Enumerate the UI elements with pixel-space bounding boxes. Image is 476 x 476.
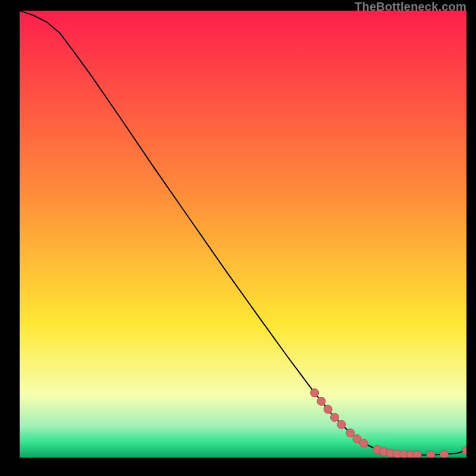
data-marker	[359, 439, 368, 447]
data-marker	[346, 429, 355, 437]
data-marker	[330, 413, 339, 421]
data-marker	[311, 389, 319, 397]
data-marker	[427, 450, 435, 458]
chart-stage: TheBottleneck.com	[0, 0, 476, 476]
data-marker	[413, 450, 421, 458]
gradient-background	[20, 11, 466, 458]
data-marker	[337, 420, 346, 428]
data-marker	[317, 397, 325, 405]
data-marker	[440, 450, 448, 458]
chart-svg	[20, 11, 466, 458]
plot-area	[20, 11, 466, 458]
watermark-label: TheBottleneck.com	[355, 0, 466, 14]
data-marker	[324, 405, 332, 414]
